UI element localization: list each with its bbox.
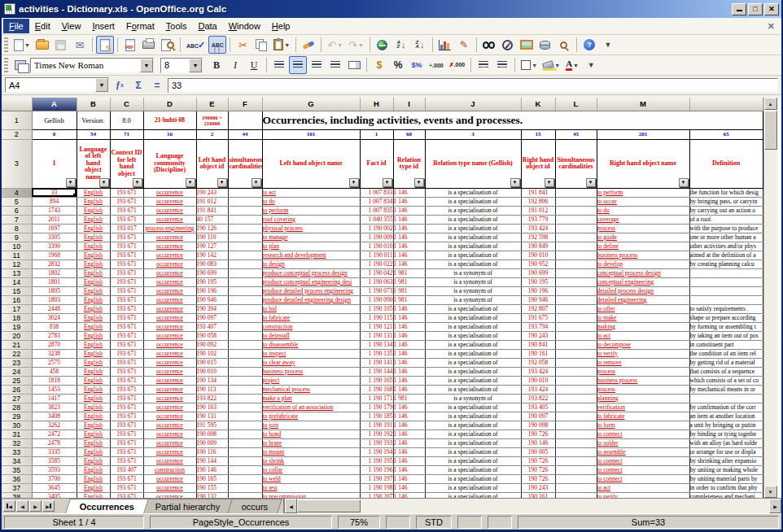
cell[interactable]: is a specialisation of (425, 367, 521, 376)
cell[interactable]: occurrence (143, 483, 196, 492)
function-button[interactable]: = (149, 78, 165, 93)
delete-decimal-button[interactable]: ✗.000 (447, 56, 468, 74)
cell[interactable]: is a specialisation of (425, 233, 521, 242)
cell[interactable]: to fabricate (597, 412, 689, 421)
cell[interactable]: occurrence (143, 376, 196, 385)
cell[interactable]: 3593 (32, 465, 77, 474)
cell[interactable]: 193 671 (110, 438, 143, 447)
cell[interactable]: occurrence (143, 447, 196, 456)
cell[interactable]: 16 (143, 129, 196, 139)
cell[interactable]: 1 190 073 (360, 286, 393, 295)
cell[interactable]: 193 671 (110, 447, 143, 456)
cell[interactable]: 1 146 (393, 474, 425, 483)
cell[interactable]: in constituent part (689, 340, 763, 349)
close-document-icon[interactable]: ✕ (763, 21, 780, 32)
row-header-36[interactable]: 36 (2, 474, 32, 483)
cell[interactable]: 0 (32, 129, 77, 139)
cell[interactable]: English (77, 295, 110, 304)
cell[interactable]: 1 190 135 (360, 349, 393, 358)
cell[interactable]: verification of an association (262, 403, 360, 412)
cell[interactable] (555, 367, 597, 376)
cell[interactable]: to offer (597, 304, 689, 313)
help-button[interactable]: ? (580, 36, 598, 54)
input-line[interactable]: 33 (168, 78, 778, 93)
cell[interactable]: 1 146 (393, 331, 425, 340)
cell[interactable]: 191 012 (521, 206, 555, 215)
cell[interactable]: 190 726 (521, 456, 555, 465)
cell[interactable]: 190 102 (196, 349, 228, 358)
cell[interactable]: to design (262, 259, 360, 268)
cell[interactable]: produce conceptual engineering desi (262, 277, 360, 286)
status-signature-field[interactable] (488, 516, 512, 529)
column-header-clipped[interactable] (689, 98, 763, 111)
horizontal-scrollbar[interactable]: ◀ ▶ (283, 499, 781, 513)
cell[interactable]: planning (597, 394, 689, 403)
cell[interactable]: 193 822 (196, 394, 228, 403)
align-left-button[interactable] (270, 56, 288, 74)
cell[interactable] (689, 286, 763, 295)
cell[interactable]: 44 (228, 129, 262, 139)
cell[interactable]: mechanical process (262, 385, 360, 394)
row-header-18[interactable]: 18 (2, 313, 32, 322)
cell[interactable]: 193 671 (110, 456, 143, 465)
cell[interactable]: English (77, 412, 110, 421)
cell[interactable]: English (77, 465, 110, 474)
chevron-down-icon[interactable]: ▼ (531, 63, 537, 68)
cell[interactable]: 190000 + 210000 (196, 111, 228, 129)
cell[interactable]: to assemble (597, 447, 689, 456)
cell[interactable]: English (77, 358, 110, 367)
cell[interactable]: Relation type name (Gellish)▼ (425, 139, 521, 188)
cell[interactable] (555, 376, 597, 385)
cell[interactable]: to disassemble (262, 340, 360, 349)
cell[interactable]: 190 009 (196, 438, 228, 447)
cell[interactable]: process (597, 224, 689, 233)
cell[interactable]: to connect (597, 456, 689, 465)
styles-button[interactable] (11, 56, 29, 74)
cell[interactable] (228, 394, 262, 403)
cell[interactable]: 193 671 (110, 215, 143, 224)
cell[interactable]: produce detailed process engineering (262, 286, 360, 295)
first-sheet-button[interactable]: ◀ (3, 500, 15, 512)
cell[interactable]: to remove (597, 358, 689, 367)
cell[interactable]: occurrence (143, 340, 196, 349)
row-header-22[interactable]: 22 (2, 349, 32, 358)
autofilter-button[interactable]: ▼ (383, 178, 392, 187)
cell[interactable]: construction (262, 322, 360, 331)
add-decimal-button[interactable]: +.000 (426, 56, 446, 74)
cell[interactable] (555, 313, 597, 322)
cell[interactable]: 1 190 144 (360, 367, 393, 376)
cell[interactable]: simultaneous cardinalities▼ (228, 139, 262, 188)
cell[interactable]: 190 243 (196, 188, 228, 197)
cell[interactable]: 838 (32, 322, 77, 331)
menu-help[interactable]: Help (266, 19, 296, 33)
cell[interactable]: 1 190 194 (360, 447, 393, 456)
cell[interactable]: is a specialisation of (425, 412, 521, 421)
cell[interactable]: 1 190 063 (360, 277, 393, 286)
cell[interactable]: 193 407 (196, 322, 228, 331)
cell[interactable]: with an alloy (as hard solde (689, 438, 763, 447)
overflow-button[interactable]: ▼ (599, 36, 617, 54)
font-color-button[interactable]: A▼ (563, 56, 581, 74)
cell[interactable]: 1 146 (393, 412, 425, 421)
cell[interactable]: 1 190 131 (360, 331, 393, 340)
cell[interactable] (228, 242, 262, 251)
cell[interactable] (555, 295, 597, 304)
cell[interactable]: 1 981 (393, 394, 425, 403)
cell[interactable] (228, 367, 262, 376)
cell[interactable]: is a synonym of (425, 286, 521, 295)
cell[interactable]: 193 671 (110, 206, 143, 215)
cell[interactable]: 190 097 (521, 412, 555, 421)
cell[interactable]: 1 146 (393, 492, 425, 498)
cell[interactable]: 3 (425, 129, 521, 139)
cell[interactable]: English (77, 376, 110, 385)
cell[interactable]: 1 190 165 (360, 376, 393, 385)
new-document-button[interactable]: ▼ (11, 36, 33, 54)
cell[interactable]: 1 146 (393, 340, 425, 349)
cell[interactable]: 1 146 (393, 376, 425, 385)
cell[interactable]: make a plan (262, 394, 360, 403)
cell[interactable]: 193 671 (110, 430, 143, 438)
cell[interactable]: 3585 (32, 456, 77, 465)
italic-button[interactable]: I (226, 56, 244, 74)
insert-chart-button[interactable] (436, 36, 454, 54)
cell[interactable]: English (77, 259, 110, 268)
